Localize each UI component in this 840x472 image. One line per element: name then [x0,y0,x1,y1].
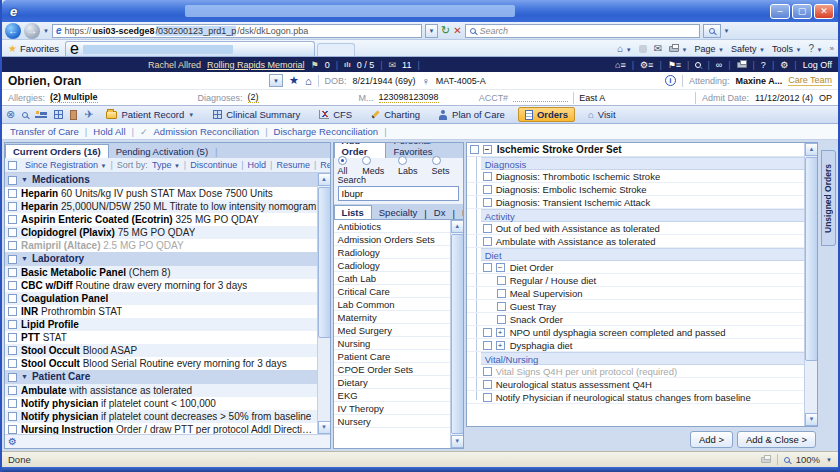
info-icon[interactable]: i [665,75,676,86]
checkbox[interactable] [8,373,17,382]
order-category-item[interactable]: Critical Care [334,285,450,298]
order-category-item[interactable]: Nursery [334,415,450,428]
order-category-item[interactable]: CPOE Order Sets [334,363,450,376]
flag-list-icon[interactable]: ⚑≡ [668,60,681,70]
order-category-item[interactable]: Maternity [334,311,450,324]
scroll-down-icon[interactable]: ▼ [805,413,818,426]
checkbox[interactable] [483,263,492,272]
help-menu[interactable]: ? ▼ [809,43,823,54]
order-set-item[interactable]: Snack Order [467,313,804,326]
tab-lists[interactable]: Lists [334,205,372,219]
checkbox[interactable] [497,276,506,285]
order-row[interactable]: Coagulation Panel [5,292,317,305]
tab-patient-record[interactable]: Patient Record ▼ [100,108,200,121]
tab-charting[interactable]: Charting [365,108,426,121]
print-button[interactable]: ▼ [669,44,687,54]
tab-specialty[interactable]: Specialty [372,206,425,219]
log-off-button[interactable]: Log Off [803,60,832,70]
expand-icon[interactable]: + [496,328,505,337]
admission-reconciliation-link[interactable]: Admission Reconciliation [154,126,260,137]
order-set-item[interactable]: Diagnosis: Transient Ischemic Attack [467,196,804,209]
favorites-button[interactable]: ★ Favorites [6,43,65,56]
maximize-button[interactable]: ▢ [792,4,812,19]
since-registration-filter[interactable]: Since Registration ▼ [25,160,107,170]
checkbox[interactable] [8,294,17,303]
checkbox[interactable] [497,302,506,311]
collapse-triangle-icon[interactable]: ▼ [21,252,28,266]
order-set-item[interactable]: +Dysphagia diet [467,339,804,352]
scrollbar-thumb[interactable] [318,187,330,338]
collapse-icon[interactable]: − [496,263,505,272]
facility-link[interactable]: Rolling Rapids Memorial [207,60,305,70]
page-menu[interactable]: Page ▼ [695,44,725,54]
worklist-icon[interactable]: ⚙≡ [640,60,653,70]
checkbox[interactable] [8,228,17,237]
order-set-item[interactable]: Meal Supervision [467,287,804,300]
order-group-header[interactable]: ▼Laboratory [5,252,317,266]
radio-sets[interactable]: Sets [432,156,459,176]
tools-menu[interactable]: Tools ▼ [772,44,801,54]
help-icon[interactable]: ? [761,60,766,70]
order-search-input[interactable]: Ibupr [338,186,459,201]
order-row[interactable]: Notify physician if platelet count decre… [5,410,317,423]
collapse-triangle-icon[interactable]: ▼ [21,173,28,187]
select-all-checkbox[interactable] [8,161,17,170]
order-set-item[interactable]: Diagnosis: Embolic Ischemic Stroke [467,183,804,196]
toolbar-census-icon[interactable] [54,110,63,119]
order-set-item[interactable]: Diagnosis: Thrombotic Ischemic Stroke [467,170,804,183]
toolbar-bed-icon[interactable] [35,111,47,118]
search-go-button[interactable] [703,24,721,38]
checkbox[interactable] [497,289,506,298]
add-button[interactable]: Add > [690,431,733,448]
radio-labs[interactable]: Labs [398,156,427,176]
scroll-up-icon[interactable]: ▲ [451,220,463,233]
tab-clinical-summary[interactable]: Clinical Summary [207,108,306,121]
print-icon[interactable] [737,62,747,68]
toolbar-close-chart-icon[interactable]: ⊗ [6,108,15,121]
checkbox[interactable] [483,367,492,376]
toolbar-exit-icon[interactable] [70,110,77,120]
toolbar-overflow-icon[interactable]: » [830,44,834,53]
scroll-down-icon[interactable]: ▼ [451,435,463,448]
order-category-item[interactable]: Dietary [334,376,450,389]
zoom-level[interactable]: 100% [796,454,820,465]
checkbox[interactable] [8,346,17,355]
scroll-up-icon[interactable]: ▲ [805,143,818,156]
order-category-item[interactable]: Radiology [334,246,450,259]
order-row[interactable]: Ramipril (Altace) 2.5 MG PO QDAY [5,239,317,252]
safety-menu[interactable]: Safety ▼ [731,44,765,54]
tab-orders[interactable]: Orders [518,107,575,122]
refresh-button[interactable]: ↻ [441,24,450,37]
tab-current-orders[interactable]: Current Orders (16) [5,144,109,158]
checkbox[interactable] [483,198,492,207]
checkbox[interactable] [8,333,17,342]
zoom-caret-icon[interactable]: ▼ [826,457,832,463]
close-button[interactable]: ✕ [814,4,834,19]
checkbox[interactable] [8,399,17,408]
checkbox[interactable] [8,215,17,224]
order-set-item[interactable]: Ambulate with Assistance as tolerated [467,235,804,248]
order-category-item[interactable]: Med Surgery [334,324,450,337]
order-set-item[interactable]: Vital Signs Q4H per unit protocol (requi… [467,365,804,378]
order-set-item[interactable]: Notify Physician if neurological status … [467,391,804,404]
browser-search-input[interactable]: Search [465,24,700,38]
hold-link[interactable]: Hold [248,160,267,170]
checkbox[interactable] [8,307,17,316]
order-category-item[interactable]: Cadiology [334,259,450,272]
checkbox[interactable] [497,315,506,324]
scrollbar-thumb[interactable] [805,157,818,361]
tab-visit[interactable]: ⌂ Visit [582,108,622,121]
flag-icon[interactable]: ⚑ [311,60,319,70]
browser-tab[interactable]: e [65,41,315,56]
checkbox[interactable] [8,268,17,277]
care-team-link[interactable]: Care Team [788,75,832,86]
patient-dropdown-button[interactable]: ▼ [269,74,283,87]
order-category-item[interactable]: EKG [334,389,450,402]
url-dropdown-button[interactable]: ▼ [425,24,438,38]
category-scrollbar[interactable]: ▲ ▼ [450,220,463,448]
search-options-caret-icon[interactable]: ▼ [724,28,730,34]
checkbox[interactable] [483,224,492,233]
order-row[interactable]: Ambulate with assistance as tolerated [5,384,317,397]
order-row[interactable]: Notify physician if platelet count < 100… [5,397,317,410]
scroll-up-icon[interactable]: ▲ [318,173,330,186]
